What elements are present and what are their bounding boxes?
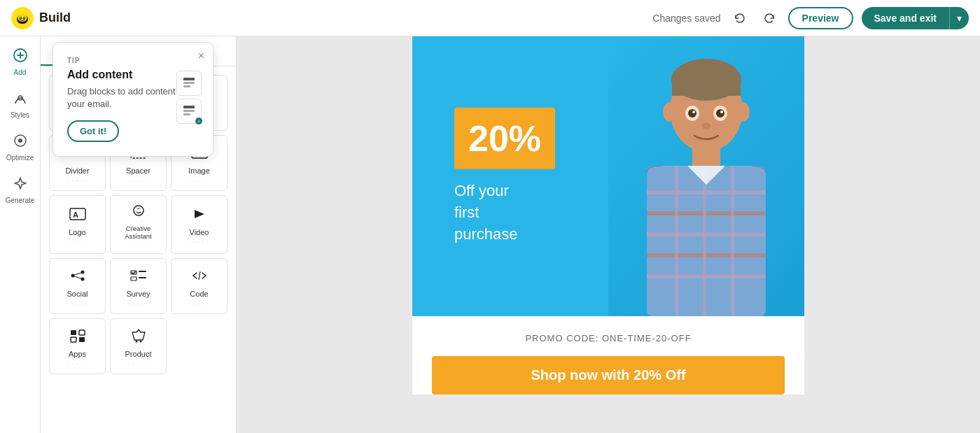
sidebar-item-optimize[interactable]: Optimize [3, 127, 38, 167]
content-item-code[interactable]: Code · · · · · [171, 258, 227, 314]
svg-rect-38 [139, 277, 146, 278]
spacer-label: Spacer [126, 166, 150, 175]
logo-icon: A [69, 206, 87, 225]
apps-label: Apps [69, 350, 86, 358]
video-label: Video [190, 228, 209, 236]
svg-rect-43 [79, 337, 85, 342]
svg-point-31 [80, 278, 84, 281]
save-exit-button[interactable]: Save and exit [862, 7, 950, 29]
content-item-creative-assistant[interactable]: Creative Assistant · · · · · [110, 195, 167, 254]
image-label: Image [188, 166, 210, 175]
creative-assistant-label: Creative Assistant [113, 225, 163, 240]
svg-line-33 [74, 276, 81, 278]
apps-icon [69, 328, 87, 347]
svg-point-45 [139, 341, 141, 343]
product-label: Product [125, 350, 152, 358]
survey-dots: · · · · · [128, 301, 148, 307]
save-exit-dropdown-button[interactable]: ▾ [949, 7, 969, 29]
survey-label: Survey [126, 290, 150, 298]
svg-rect-50 [183, 110, 195, 112]
generate-label: Generate [6, 197, 35, 204]
svg-rect-73 [731, 166, 734, 316]
shop-now-button[interactable]: Shop now with 20% Off [432, 356, 785, 395]
tooltip-icon-card-1 [176, 71, 202, 96]
email-hero-section: 20% Off your first purchase [412, 36, 804, 316]
svg-point-54 [736, 102, 750, 122]
creative-assistant-icon [130, 203, 148, 222]
tooltip-got-it-button[interactable]: Got it! [67, 120, 119, 142]
video-icon [190, 206, 209, 225]
code-dots: · · · · · [189, 301, 209, 307]
social-dots: · · · · · [67, 301, 88, 307]
tooltip-icon-group: + [176, 71, 202, 124]
tooltip-close-button[interactable]: × [198, 50, 204, 62]
svg-line-32 [74, 273, 81, 275]
sidebar-item-generate[interactable]: Generate [3, 170, 38, 210]
svg-rect-41 [79, 330, 85, 335]
svg-point-59 [688, 109, 696, 118]
sidebar-item-add[interactable]: Add [3, 42, 38, 82]
svg-point-60 [716, 109, 724, 118]
content-item-logo[interactable]: A Logo · · · · · [49, 195, 106, 254]
styles-label: Styles [10, 111, 29, 119]
svg-point-6 [24, 17, 24, 17]
content-item-video[interactable]: Video · · · · · [171, 195, 227, 254]
preview-button[interactable]: Preview [788, 7, 853, 29]
undo-button[interactable] [729, 9, 750, 27]
sidebar-item-styles[interactable]: Styles [3, 85, 38, 125]
product-icon [130, 328, 148, 347]
content-item-survey[interactable]: Survey · · · · · [110, 258, 167, 314]
logo-dots: · · · · · [67, 239, 88, 246]
svg-point-29 [71, 274, 74, 278]
svg-point-27 [134, 206, 144, 215]
svg-point-53 [663, 102, 677, 122]
svg-rect-64 [692, 147, 720, 168]
email-canvas: 20% Off your first purchase [412, 36, 804, 395]
svg-text:A: A [73, 211, 78, 219]
topbar-actions: Changes saved Preview Save and exit ▾ [71, 7, 969, 29]
svg-rect-40 [71, 330, 76, 335]
social-label: Social [67, 290, 88, 298]
svg-point-12 [18, 139, 22, 143]
code-icon [190, 268, 209, 287]
tooltip-tip-label: TIP [67, 57, 199, 64]
email-preview-area: 20% Off your first purchase [237, 36, 980, 433]
svg-line-39 [199, 271, 200, 280]
hero-discount-box: 20% [454, 108, 555, 169]
tooltip-popup: × TIP Add content Drag blocks to add con… [52, 42, 214, 157]
creative-assistant-dots: · · · · · [128, 243, 148, 249]
svg-rect-71 [675, 166, 678, 316]
promo-code-text: PROMO CODE: ONE-TIME-20-OFF [412, 333, 804, 343]
content-item-social[interactable]: Social · · · · · [49, 258, 106, 314]
content-item-apps[interactable]: Apps · · · · · [49, 318, 106, 374]
image-dots: · · · · · [189, 178, 209, 184]
add-icon [13, 48, 28, 66]
svg-point-30 [80, 271, 84, 274]
video-dots: · · · · · [189, 239, 209, 246]
tooltip-icon-card-2: + [176, 99, 202, 124]
generate-icon [13, 176, 28, 194]
social-icon [69, 268, 87, 287]
optimize-label: Optimize [6, 154, 34, 162]
main-layout: Add Styles Optimize Generate Content Lay… [0, 36, 980, 433]
styles-icon [13, 90, 28, 109]
spacer-dots: · · · · · [128, 178, 148, 184]
app-title: Build [39, 10, 71, 25]
divider-label: Divider [65, 166, 89, 175]
email-promo-section: PROMO CODE: ONE-TIME-20-OFF Shop now wit… [412, 316, 804, 395]
hero-text-block: 20% Off your first purchase [454, 108, 555, 245]
svg-rect-46 [183, 78, 195, 80]
svg-point-63 [702, 122, 710, 129]
changes-saved-status: Changes saved [652, 13, 720, 24]
optimize-icon [13, 133, 28, 152]
survey-icon [130, 268, 148, 287]
hero-subtitle: Off your first purchase [454, 180, 555, 245]
svg-point-61 [692, 111, 695, 113]
apps-dots: · · · · · [67, 361, 88, 367]
svg-rect-36 [139, 271, 146, 272]
content-item-product[interactable]: Product · · · · · [110, 318, 167, 374]
product-dots: · · · · · [128, 361, 148, 367]
redo-button[interactable] [759, 9, 780, 27]
svg-rect-49 [183, 106, 195, 108]
svg-point-44 [135, 341, 137, 343]
